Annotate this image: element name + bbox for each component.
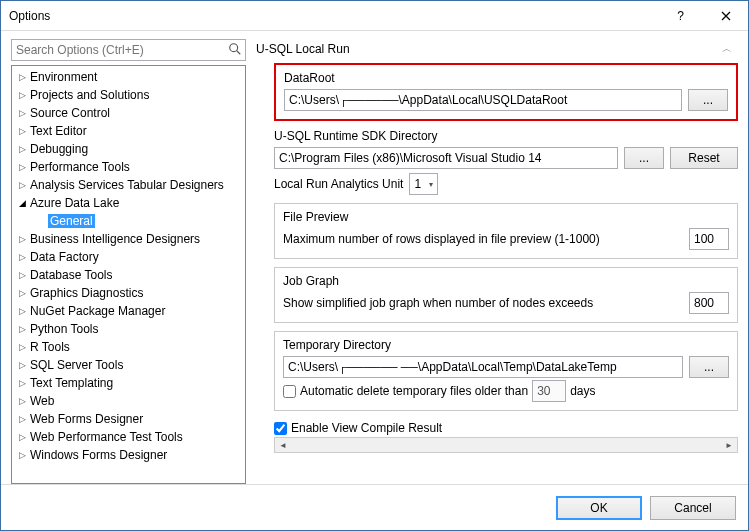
chevron-right-icon[interactable]: ▷ xyxy=(16,288,28,298)
chevron-right-icon[interactable]: ▷ xyxy=(16,324,28,334)
jobgraph-label: Job Graph xyxy=(283,274,729,288)
chevron-right-icon[interactable]: ▷ xyxy=(16,450,28,460)
analytics-combo[interactable]: 1 ▾ xyxy=(409,173,438,195)
options-tree[interactable]: ▷Environment▷Projects and Solutions▷Sour… xyxy=(11,65,246,484)
chevron-right-icon[interactable]: ▷ xyxy=(16,126,28,136)
jobgraph-input[interactable] xyxy=(689,292,729,314)
tree-item-label: Web Forms Designer xyxy=(28,412,145,426)
runtime-label: U-SQL Runtime SDK Directory xyxy=(274,129,738,143)
settings-body: DataRoot ... U-SQL Runtime SDK Directory… xyxy=(256,63,738,484)
chevron-right-icon[interactable]: ▷ xyxy=(16,144,28,154)
enable-compile-label: Enable View Compile Result xyxy=(291,421,442,435)
chevron-right-icon[interactable]: ▷ xyxy=(16,306,28,316)
jobgraph-text: Show simplified job graph when number of… xyxy=(283,296,683,310)
chevron-right-icon[interactable]: ▷ xyxy=(16,72,28,82)
chevron-right-icon[interactable]: ▷ xyxy=(16,270,28,280)
chevron-right-icon[interactable]: ▷ xyxy=(16,414,28,424)
runtime-browse-button[interactable]: ... xyxy=(624,147,664,169)
tempdir-browse-button[interactable]: ... xyxy=(689,356,729,378)
tree-item-r-tools[interactable]: ▷R Tools xyxy=(12,338,245,356)
ok-button[interactable]: OK xyxy=(556,496,642,520)
tempdir-group: Temporary Directory ... Automatic delete… xyxy=(274,331,738,411)
tree-item-business-intelligence-designers[interactable]: ▷Business Intelligence Designers xyxy=(12,230,245,248)
tree-item-label: Windows Forms Designer xyxy=(28,448,169,462)
chevron-right-icon[interactable]: ▷ xyxy=(16,234,28,244)
autodelete-label-pre: Automatic delete temporary files older t… xyxy=(300,384,528,398)
tree-item-data-factory[interactable]: ▷Data Factory xyxy=(12,248,245,266)
tree-item-graphics-diagnostics[interactable]: ▷Graphics Diagnostics xyxy=(12,284,245,302)
section-header[interactable]: U-SQL Local Run ︿ xyxy=(256,39,738,59)
tree-item-text-editor[interactable]: ▷Text Editor xyxy=(12,122,245,140)
tree-item-environment[interactable]: ▷Environment xyxy=(12,68,245,86)
tree-item-web-performance-test-tools[interactable]: ▷Web Performance Test Tools xyxy=(12,428,245,446)
tree-item-label: Web xyxy=(28,394,56,408)
right-pane: U-SQL Local Run ︿ DataRoot ... U-SQL Run… xyxy=(256,39,738,484)
autodelete-checkbox[interactable] xyxy=(283,385,296,398)
chevron-right-icon[interactable]: ▷ xyxy=(16,378,28,388)
window-title: Options xyxy=(1,9,658,23)
tree-item-label: Text Templating xyxy=(28,376,115,390)
tree-item-label: Business Intelligence Designers xyxy=(28,232,202,246)
tree-item-database-tools[interactable]: ▷Database Tools xyxy=(12,266,245,284)
tree-item-label: Database Tools xyxy=(28,268,115,282)
tree-item-label: SQL Server Tools xyxy=(28,358,125,372)
tree-item-python-tools[interactable]: ▷Python Tools xyxy=(12,320,245,338)
chevron-right-icon[interactable]: ▷ xyxy=(16,108,28,118)
enable-compile-checkbox[interactable] xyxy=(274,422,287,435)
tree-item-text-templating[interactable]: ▷Text Templating xyxy=(12,374,245,392)
tree-item-analysis-services-tabular-designers[interactable]: ▷Analysis Services Tabular Designers xyxy=(12,176,245,194)
tree-item-azure-data-lake[interactable]: ◢Azure Data Lake xyxy=(12,194,245,212)
runtime-input[interactable] xyxy=(274,147,618,169)
chevron-right-icon[interactable]: ▷ xyxy=(16,162,28,172)
tree-item-performance-tools[interactable]: ▷Performance Tools xyxy=(12,158,245,176)
tree-item-label: Analysis Services Tabular Designers xyxy=(28,178,226,192)
analytics-label: Local Run Analytics Unit xyxy=(274,177,403,191)
tree-item-source-control[interactable]: ▷Source Control xyxy=(12,104,245,122)
autodelete-label-post: days xyxy=(570,384,595,398)
tree-item-windows-forms-designer[interactable]: ▷Windows Forms Designer xyxy=(12,446,245,464)
autodelete-days-input[interactable] xyxy=(532,380,566,402)
tree-item-nuget-package-manager[interactable]: ▷NuGet Package Manager xyxy=(12,302,245,320)
filepreview-rows-input[interactable] xyxy=(689,228,729,250)
tree-item-label: Projects and Solutions xyxy=(28,88,151,102)
content-area: ▷Environment▷Projects and Solutions▷Sour… xyxy=(1,31,748,484)
chevron-right-icon[interactable]: ▷ xyxy=(16,90,28,100)
chevron-right-icon[interactable]: ▷ xyxy=(16,432,28,442)
search-input[interactable] xyxy=(11,39,246,61)
tree-item-web-forms-designer[interactable]: ▷Web Forms Designer xyxy=(12,410,245,428)
close-button[interactable] xyxy=(703,1,748,31)
chevron-right-icon[interactable]: ▷ xyxy=(16,342,28,352)
chevron-down-icon[interactable]: ◢ xyxy=(16,198,28,208)
tree-item-label: Data Factory xyxy=(28,250,101,264)
help-button[interactable]: ? xyxy=(658,1,703,31)
tree-item-projects-and-solutions[interactable]: ▷Projects and Solutions xyxy=(12,86,245,104)
analytics-value: 1 xyxy=(414,177,421,191)
tree-item-web[interactable]: ▷Web xyxy=(12,392,245,410)
chevron-down-icon: ▾ xyxy=(429,180,433,189)
dataroot-group: DataRoot ... xyxy=(274,63,738,121)
tree-item-general[interactable]: General xyxy=(12,212,245,230)
chevron-right-icon[interactable]: ▷ xyxy=(16,252,28,262)
cancel-button[interactable]: Cancel xyxy=(650,496,736,520)
chevron-up-icon: ︿ xyxy=(722,42,738,56)
tempdir-input[interactable] xyxy=(283,356,683,378)
tree-item-debugging[interactable]: ▷Debugging xyxy=(12,140,245,158)
dataroot-browse-button[interactable]: ... xyxy=(688,89,728,111)
chevron-right-icon[interactable]: ▷ xyxy=(16,360,28,370)
section-title: U-SQL Local Run xyxy=(256,42,722,56)
horizontal-scrollbar[interactable]: ◄ ► xyxy=(274,437,738,453)
dataroot-input[interactable] xyxy=(284,89,682,111)
chevron-right-icon[interactable]: ▷ xyxy=(16,396,28,406)
runtime-reset-button[interactable]: Reset xyxy=(670,147,738,169)
tree-item-label: R Tools xyxy=(28,340,72,354)
left-pane: ▷Environment▷Projects and Solutions▷Sour… xyxy=(11,39,246,484)
tempdir-label: Temporary Directory xyxy=(283,338,729,352)
tree-item-label: Text Editor xyxy=(28,124,89,138)
scroll-left-icon[interactable]: ◄ xyxy=(275,438,291,452)
tree-item-sql-server-tools[interactable]: ▷SQL Server Tools xyxy=(12,356,245,374)
filepreview-group: File Preview Maximum number of rows disp… xyxy=(274,203,738,259)
filepreview-rows-label: Maximum number of rows displayed in file… xyxy=(283,232,683,246)
chevron-right-icon[interactable]: ▷ xyxy=(16,180,28,190)
options-dialog: Options ? ▷Environment▷Projects and Solu… xyxy=(0,0,749,531)
scroll-right-icon[interactable]: ► xyxy=(721,438,737,452)
